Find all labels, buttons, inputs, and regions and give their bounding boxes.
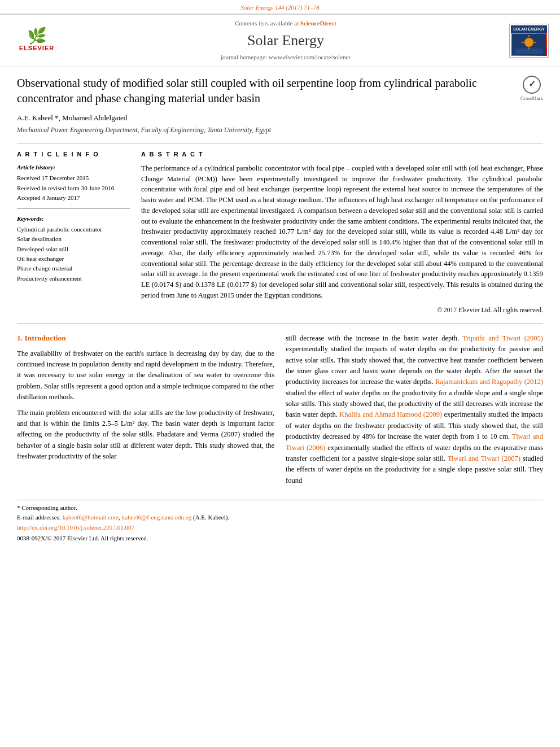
elsevier-logo: 🌿 ELSEVIER <box>11 28 62 53</box>
body-divider <box>17 324 543 324</box>
body-left-column: 1. Introduction The availability of fres… <box>17 333 274 491</box>
header-center: Contents lists available at ScienceDirec… <box>68 19 504 62</box>
article-history-label: Article history: <box>17 163 130 172</box>
right-para1a: still decrease with the increase in the … <box>286 334 459 342</box>
keyword-1: Cylindrical parabolic concentrator <box>17 225 130 234</box>
affiliation-text: Mechanical Power Engineering Department,… <box>17 125 543 135</box>
keyword-5: Phase change material <box>17 264 130 273</box>
keyword-3: Developed solar still <box>17 245 130 254</box>
intro-para1: The availability of freshwater on the ea… <box>17 348 274 403</box>
elsevier-brand-text: ELSEVIER <box>19 44 54 53</box>
article-info-abstract-section: A R T I C L E I N F O Article history: R… <box>17 143 543 314</box>
page-wrapper: Solar Energy 144 (2017) 71–78 🌿 ELSEVIER… <box>0 0 560 554</box>
abstract-label: A B S T R A C T <box>141 150 543 159</box>
journal-title-header: Solar Energy <box>68 30 504 51</box>
divider <box>17 208 130 209</box>
contents-text: Contents lists available at <box>235 20 299 27</box>
ragupathy-ref[interactable]: Rajamanickam and Ragupathy (2012) <box>435 378 543 386</box>
sciencedirect-line: Contents lists available at ScienceDirec… <box>68 19 504 28</box>
introduction-heading: 1. Introduction <box>17 333 274 344</box>
khalifa-ref[interactable]: Khalifa and Ahmad Hamood (2009) <box>339 410 442 418</box>
email-link-1[interactable]: kabeel6@hotmail.com <box>63 514 119 521</box>
svg-rect-6 <box>515 49 543 54</box>
footer-notes: * Corresponding author. E-mail addresses… <box>17 500 543 543</box>
email-link-2[interactable]: kabeel6@f-eng.tanta.edu.eg <box>122 514 191 521</box>
article-title-section: Observational study of modified solar st… <box>17 76 543 106</box>
article-info-label: A R T I C L E I N F O <box>17 150 130 159</box>
footer-copyright: 0038-092X/© 2017 Elsevier Ltd. All right… <box>17 534 543 543</box>
journal-ref-text: Solar Energy 144 (2017) 71–78 <box>240 4 320 11</box>
header-section: 🌿 ELSEVIER Contents lists available at S… <box>0 14 560 67</box>
email-suffix: (A.E. Kabeel). <box>193 514 229 521</box>
tiwari2007-ref[interactable]: Tiwari and Tiwari (2007) <box>448 455 520 462</box>
crossmark-badge[interactable]: ✓ CrossMark <box>520 76 543 102</box>
article-info-column: A R T I C L E I N F O Article history: R… <box>17 150 130 314</box>
abstract-text: The performance of a cylindrical parabol… <box>141 163 543 301</box>
intro-para2: The main problem encountered with the so… <box>17 408 274 462</box>
copyright-line: © 2017 Elsevier Ltd. All rights reserved… <box>141 305 543 314</box>
elsevier-logo-image: 🌿 ELSEVIER <box>11 28 62 53</box>
doi-line: http://dx.doi.org/10.1016/j.solener.2017… <box>17 523 543 532</box>
solar-logo-image <box>511 33 547 56</box>
article-title: Observational study of modified solar st… <box>17 76 543 106</box>
authors-line: A.E. Kabeel *, Mohamed Abdelgaied <box>17 113 543 123</box>
authors-text: A.E. Kabeel *, Mohamed Abdelgaied <box>17 113 127 122</box>
solar-energy-logo: SOLAR ENERGY <box>509 24 549 58</box>
received-date: Received 17 December 2015 <box>17 174 130 182</box>
journal-ref: Solar Energy 144 (2017) 71–78 <box>0 0 560 14</box>
svg-point-1 <box>524 38 533 47</box>
keyword-4: Oil heat exchanger <box>17 255 130 263</box>
keyword-6: Productivity enhancement <box>17 274 130 283</box>
abstract-column: A B S T R A C T The performance of a cyl… <box>141 150 543 314</box>
body-right-column: still decrease with the increase in the … <box>286 333 543 491</box>
sciencedirect-link[interactable]: ScienceDirect <box>300 20 336 27</box>
journal-homepage: journal homepage: www.elsevier.com/locat… <box>68 53 504 62</box>
crossmark-icon: ✓ <box>523 76 541 94</box>
body-two-col: 1. Introduction The availability of fres… <box>17 333 543 491</box>
keywords-label: Keywords: <box>17 215 130 223</box>
email-line: E-mail addresses: kabeel6@hotmail.com, k… <box>17 513 543 522</box>
email-label: E-mail addresses: <box>17 514 61 521</box>
doi-link[interactable]: http://dx.doi.org/10.1016/j.solener.2017… <box>17 524 134 531</box>
keyword-2: Solar desalination <box>17 235 130 243</box>
corresponding-note: * Corresponding author. <box>17 504 543 512</box>
revised-date: Received in revised form 30 June 2016 <box>17 184 130 193</box>
crossmark-label: CrossMark <box>520 95 543 102</box>
tripathi-ref[interactable]: Tripathi and Tiwari (2005) <box>462 334 543 342</box>
solar-logo-inner-text: SOLAR ENERGY <box>511 25 547 33</box>
right-para1: still decrease with the increase in the … <box>286 333 543 486</box>
main-content: Observational study of modified solar st… <box>0 67 560 554</box>
accepted-date: Accepted 4 January 2017 <box>17 194 130 202</box>
elsevier-tree-icon: 🌿 <box>27 28 47 44</box>
